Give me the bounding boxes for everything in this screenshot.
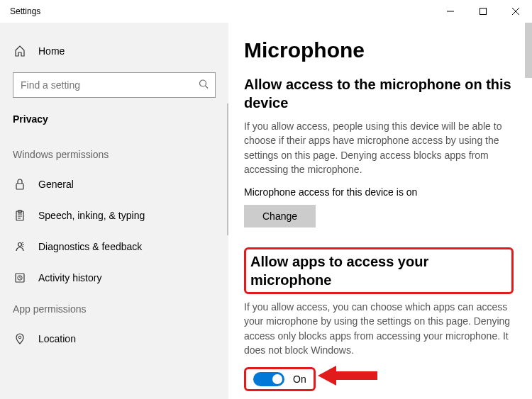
clipboard-icon <box>13 210 27 221</box>
toggle-knob <box>272 374 282 384</box>
sidebar-item-speech[interactable]: Speech, inking, & typing <box>0 200 228 231</box>
sidebar-item-label: Location <box>38 333 76 344</box>
window-title: Settings <box>10 6 40 16</box>
home-label: Home <box>38 45 65 57</box>
home-nav[interactable]: Home <box>0 40 228 62</box>
sidebar-item-label: General <box>38 179 74 190</box>
sidebar-item-label: Speech, inking, & typing <box>38 210 145 221</box>
search-input[interactable] <box>13 72 216 98</box>
app-access-toggle[interactable] <box>253 372 284 386</box>
sidebar-item-label: Diagnostics & feedback <box>38 241 142 252</box>
annotation-highlight-toggle: On <box>244 367 316 391</box>
history-icon <box>13 272 27 283</box>
content-scrollbar[interactable] <box>525 23 532 78</box>
close-button[interactable] <box>499 0 532 23</box>
sidebar: Home Privacy Windows permissions General… <box>0 23 228 399</box>
annotation-highlight-heading: Allow apps to access your microphone <box>244 247 514 294</box>
device-access-heading: Allow access to the microphone on this d… <box>244 75 514 112</box>
feedback-icon <box>13 241 27 252</box>
sidebar-item-location[interactable]: Location <box>0 323 228 354</box>
minimize-button[interactable] <box>434 0 467 23</box>
sidebar-item-general[interactable]: General <box>0 169 228 200</box>
section-app-permissions: App permissions <box>0 293 228 323</box>
content-area: Microphone Allow access to the microphon… <box>228 23 532 399</box>
svg-rect-6 <box>16 184 23 189</box>
device-access-status: Microphone access for this device is on <box>244 186 514 198</box>
sidebar-item-diagnostics[interactable]: Diagnostics & feedback <box>0 231 228 262</box>
page-title: Microphone <box>244 38 514 62</box>
section-windows-permissions: Windows permissions <box>0 139 228 169</box>
app-access-heading: Allow apps to access your microphone <box>250 252 507 289</box>
maximize-button[interactable] <box>467 0 499 23</box>
toggle-state-label: On <box>293 373 306 385</box>
home-icon <box>13 45 27 57</box>
svg-point-15 <box>18 336 21 339</box>
svg-rect-1 <box>480 9 487 15</box>
lock-icon <box>13 179 27 190</box>
sidebar-item-label: Activity history <box>38 272 101 283</box>
change-button[interactable]: Change <box>244 205 316 227</box>
location-icon <box>13 333 27 344</box>
titlebar: Settings <box>0 0 532 23</box>
svg-point-12 <box>18 243 22 247</box>
app-access-body: If you allow access, you can choose whic… <box>244 300 514 357</box>
device-access-body: If you allow access, people using this d… <box>244 119 514 176</box>
sidebar-item-activity[interactable]: Activity history <box>0 262 228 293</box>
category-label: Privacy <box>0 111 228 139</box>
